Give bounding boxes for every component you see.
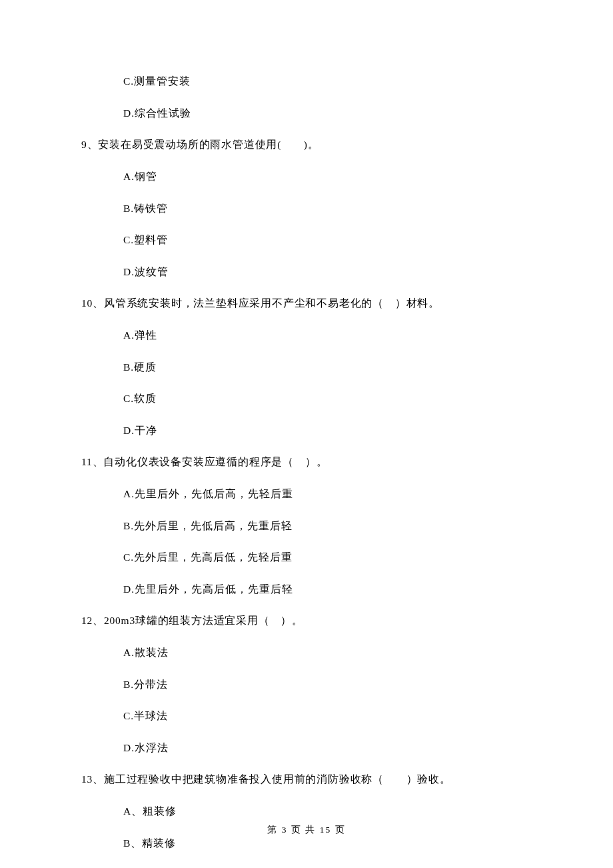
option-text: A、粗装修: [81, 805, 546, 819]
question-number: 9、: [81, 139, 98, 150]
question-body: 安装在易受震动场所的雨水管道使用( )。: [98, 139, 318, 150]
option-text: C.先外后里，先高后低，先轻后重: [81, 551, 546, 565]
option-text: B.分带法: [81, 678, 546, 692]
option-text: C.测量管安装: [81, 75, 546, 89]
question-number: 13、: [81, 773, 104, 785]
option-text: C.塑料管: [81, 233, 546, 247]
option-text: A.弹性: [81, 329, 546, 343]
question-body: 自动化仪表设备安装应遵循的程序是（ ）。: [103, 456, 327, 467]
option-text: C.软质: [81, 392, 546, 406]
option-text: B.硬质: [81, 361, 546, 375]
question-text: 11、自动化仪表设备安装应遵循的程序是（ ）。: [81, 455, 546, 469]
option-text: D.水浮法: [81, 741, 546, 755]
question-body: 风管系统安装时，法兰垫料应采用不产尘和不易老化的（ ）材料。: [104, 297, 440, 309]
question-body: 施工过程验收中把建筑物准备投入使用前的消防验收称（ ）验收。: [104, 773, 451, 785]
option-text: C.半球法: [81, 709, 546, 723]
question-number: 11、: [81, 456, 103, 467]
question-number: 10、: [81, 297, 104, 309]
option-text: A.先里后外，先低后高，先轻后重: [81, 487, 546, 501]
option-text: D.先里后外，先高后低，先重后轻: [81, 583, 546, 597]
option-text: B、精装修: [81, 837, 546, 851]
question-text: 12、200m3球罐的组装方法适宜采用（ ）。: [81, 614, 546, 628]
option-text: D.波纹管: [81, 265, 546, 279]
page-footer: 第 3 页 共 15 页: [0, 824, 613, 836]
question-text: 10、风管系统安装时，法兰垫料应采用不产尘和不易老化的（ ）材料。: [81, 297, 546, 311]
option-text: B.铸铁管: [81, 202, 546, 216]
question-text: 13、施工过程验收中把建筑物准备投入使用前的消防验收称（ ）验收。: [81, 773, 546, 787]
question-body: 200m3球罐的组装方法适宜采用（ ）。: [104, 615, 303, 626]
option-text: D.干净: [81, 424, 546, 438]
question-text: 9、安装在易受震动场所的雨水管道使用( )。: [81, 138, 546, 152]
option-text: A.钢管: [81, 170, 546, 184]
question-number: 12、: [81, 615, 104, 626]
option-text: A.散装法: [81, 646, 546, 660]
option-text: B.先外后里，先低后高，先重后轻: [81, 519, 546, 533]
option-text: D.综合性试验: [81, 107, 546, 121]
document-page: C.测量管安装 D.综合性试验 9、安装在易受震动场所的雨水管道使用( )。 A…: [0, 0, 613, 868]
